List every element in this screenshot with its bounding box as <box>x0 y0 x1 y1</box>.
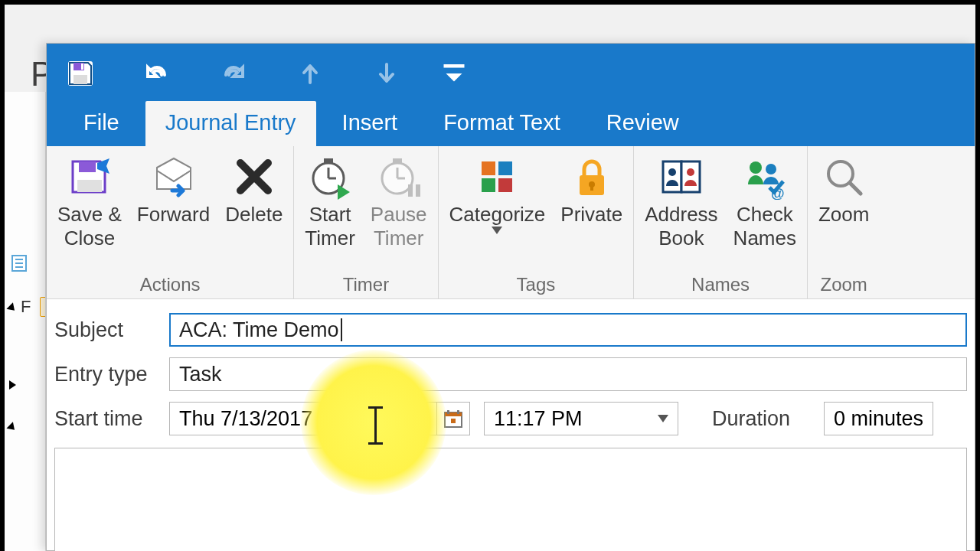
duration-label: Duration <box>712 407 790 431</box>
svg-rect-46 <box>451 419 456 423</box>
entry-type-label: Entry type <box>54 363 169 386</box>
group-tags: Categorize Private Tags <box>439 146 635 298</box>
text-cursor-icon <box>374 406 377 445</box>
next-item-button[interactable] <box>364 51 410 96</box>
delete-icon <box>230 152 279 201</box>
tab-format-text[interactable]: Format Text <box>423 101 580 146</box>
duration-select[interactable]: 0 minutes <box>824 402 933 435</box>
svg-rect-33 <box>663 161 681 192</box>
group-label-actions: Actions <box>50 274 290 297</box>
save-button[interactable] <box>57 51 103 96</box>
magnifier-icon <box>819 152 868 201</box>
lock-icon <box>567 152 616 201</box>
quick-access-toolbar <box>47 44 975 103</box>
save-and-close-button[interactable]: Save & Close <box>50 151 129 250</box>
journal-form: Subject ACA: Time Demo Entry type Task S… <box>47 299 975 551</box>
svg-point-38 <box>766 164 776 174</box>
customize-qat-button[interactable] <box>440 51 468 96</box>
ribbon-tabs: File Journal Entry Insert Format Text Re… <box>47 103 975 146</box>
svg-rect-15 <box>77 180 102 192</box>
tab-insert[interactable]: Insert <box>322 101 418 146</box>
start-time-label: Start time <box>54 407 169 431</box>
svg-rect-27 <box>498 161 512 175</box>
start-date-input[interactable]: Thu 7/13/2017 <box>169 402 437 435</box>
redo-button[interactable] <box>211 51 256 96</box>
categorize-icon <box>472 152 521 201</box>
svg-rect-34 <box>681 161 700 192</box>
pause-timer-icon <box>374 152 423 201</box>
svg-rect-32 <box>590 184 593 191</box>
save-close-icon <box>65 152 114 201</box>
group-label-zoom: Zoom <box>811 274 877 297</box>
group-timer: Start Timer Pause Timer Timer <box>294 146 438 298</box>
journal-entry-window: File Journal Entry Insert Format Text Re… <box>46 43 975 551</box>
private-button[interactable]: Private <box>553 151 630 227</box>
background-sidebar: F <box>5 92 46 551</box>
zoom-button[interactable]: Zoom <box>811 151 877 227</box>
svg-rect-12 <box>81 64 83 70</box>
svg-rect-45 <box>457 410 459 414</box>
start-time-select[interactable]: 11:17 PM <box>484 402 678 435</box>
chevron-down-icon <box>658 415 668 422</box>
tab-journal-entry[interactable]: Journal Entry <box>145 101 316 146</box>
svg-rect-11 <box>74 75 87 84</box>
check-names-icon: @ <box>740 152 789 201</box>
svg-rect-14 <box>79 161 96 172</box>
subject-input[interactable]: ACA: Time Demo <box>169 313 967 347</box>
group-actions: Save & Close Forward Delete <box>47 146 294 298</box>
start-timer-button[interactable]: Start Timer <box>297 151 362 250</box>
svg-text:@: @ <box>771 186 785 200</box>
svg-rect-28 <box>482 178 495 192</box>
svg-rect-26 <box>482 161 495 175</box>
svg-rect-44 <box>447 410 449 414</box>
forward-button[interactable]: Forward <box>129 151 217 227</box>
group-label-tags: Tags <box>442 274 631 297</box>
svg-rect-21 <box>393 158 402 163</box>
tab-file[interactable]: File <box>64 101 139 146</box>
svg-point-35 <box>668 168 676 176</box>
svg-line-41 <box>850 183 861 194</box>
svg-point-37 <box>750 161 762 174</box>
check-names-button[interactable]: @ Check Names <box>726 151 804 250</box>
address-book-button[interactable]: Address Book <box>637 151 725 250</box>
calendar-picker-button[interactable] <box>436 402 470 435</box>
svg-rect-17 <box>324 158 333 163</box>
svg-rect-24 <box>408 184 413 197</box>
categorize-button[interactable]: Categorize <box>442 151 554 237</box>
address-book-icon <box>657 152 706 201</box>
svg-rect-13 <box>444 64 465 68</box>
start-timer-icon <box>305 152 354 201</box>
undo-button[interactable] <box>134 51 180 96</box>
notes-textarea[interactable] <box>54 448 967 551</box>
subject-label: Subject <box>54 318 169 342</box>
svg-rect-29 <box>498 178 512 192</box>
delete-button[interactable]: Delete <box>217 151 290 227</box>
prev-item-button[interactable] <box>287 51 333 96</box>
svg-rect-25 <box>416 184 420 197</box>
ribbon: Save & Close Forward Delete <box>47 146 975 299</box>
notebook-icon <box>9 253 29 278</box>
pause-timer-button[interactable]: Pause Timer <box>363 151 435 250</box>
group-label-names: Names <box>637 274 804 297</box>
calendar-icon <box>443 408 464 429</box>
group-zoom: Zoom Zoom <box>808 146 880 298</box>
group-names: Address Book @ Check Names Names <box>634 146 808 298</box>
entry-type-select[interactable]: Task <box>169 357 967 391</box>
tab-review[interactable]: Review <box>586 101 699 146</box>
chevron-down-icon <box>492 223 502 237</box>
forward-icon <box>149 152 198 201</box>
group-label-timer: Timer <box>297 274 434 297</box>
svg-point-36 <box>687 168 694 176</box>
